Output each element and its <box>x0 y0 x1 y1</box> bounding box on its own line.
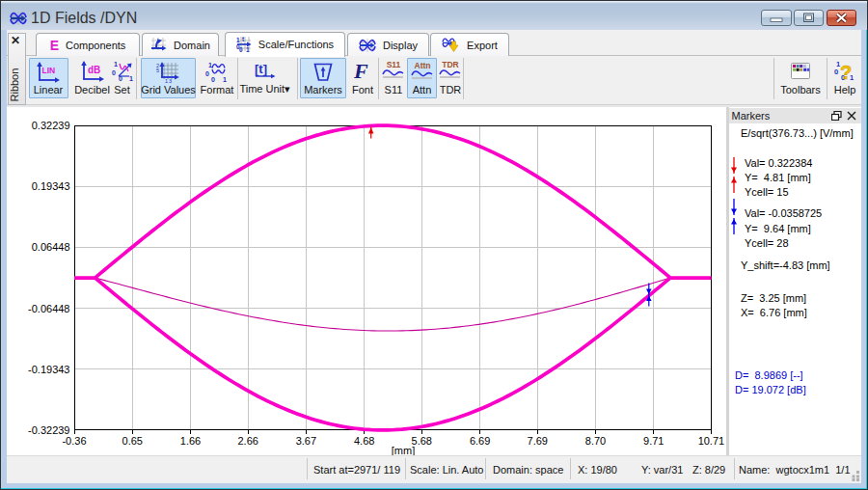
svg-text:0.06448: 0.06448 <box>32 241 70 253</box>
svg-text:10.71: 10.71 <box>698 435 725 447</box>
svg-text:?: ? <box>840 62 852 83</box>
svg-text:4.68: 4.68 <box>354 435 374 447</box>
svg-text:dB: dB <box>88 65 100 75</box>
svg-text:1: 1 <box>223 76 227 83</box>
svg-text:0: 0 <box>112 69 116 76</box>
svg-text:0.32239: 0.32239 <box>32 120 70 131</box>
svg-text:6.69: 6.69 <box>470 435 490 447</box>
svg-text:1: 1 <box>236 37 240 43</box>
svg-text:0: 0 <box>205 70 209 77</box>
svg-text:1: 1 <box>246 46 250 53</box>
svg-text:-0.32239: -0.32239 <box>28 424 69 436</box>
svg-text:-0.36: -0.36 <box>62 435 86 447</box>
svg-text:3.67: 3.67 <box>296 435 316 447</box>
svg-text:S11: S11 <box>387 60 401 69</box>
svg-text:5: 5 <box>156 68 159 73</box>
svg-text:[t]: [t] <box>255 62 267 76</box>
svg-text:TDR: TDR <box>442 60 458 69</box>
svg-text:0: 0 <box>834 68 838 76</box>
svg-text:1: 1 <box>208 62 212 68</box>
svg-text:LIN: LIN <box>42 66 56 75</box>
svg-text:0.65: 0.65 <box>122 435 143 447</box>
svg-text:2.66: 2.66 <box>237 435 258 447</box>
svg-text:0: 0 <box>211 76 215 83</box>
svg-text:8.70: 8.70 <box>585 435 606 447</box>
svg-text:F: F <box>353 60 368 83</box>
svg-text:7.69: 7.69 <box>528 435 548 447</box>
svg-text:1: 1 <box>129 75 133 82</box>
svg-text:t: t <box>242 37 245 42</box>
svg-text:1: 1 <box>114 61 118 68</box>
svg-text:1.66: 1.66 <box>180 435 201 447</box>
svg-text:9.71: 9.71 <box>643 435 664 447</box>
svg-text:0.19343: 0.19343 <box>32 180 70 192</box>
svg-text:[mm]: [mm] <box>392 445 415 456</box>
svg-text:-0.19343: -0.19343 <box>28 364 69 375</box>
svg-text:-0.06448: -0.06448 <box>28 303 69 314</box>
svg-text:0: 0 <box>239 46 243 53</box>
svg-text:Attn: Attn <box>414 61 430 70</box>
